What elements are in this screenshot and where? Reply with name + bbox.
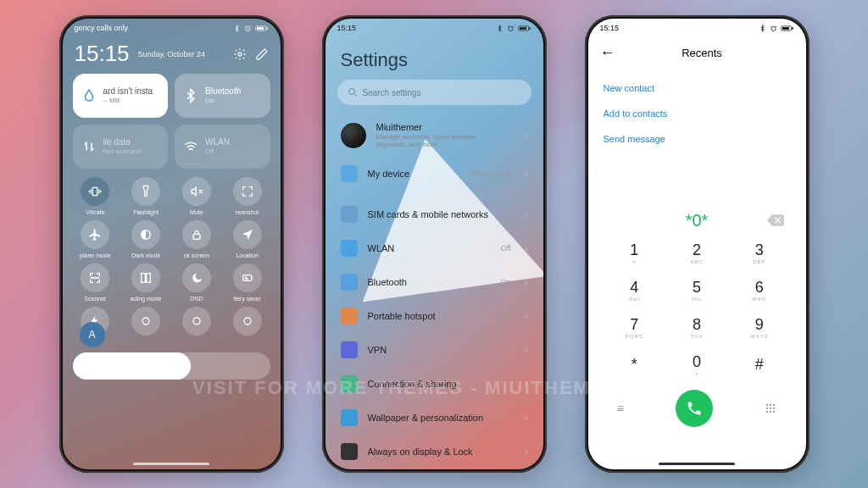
chevron-right-icon: › — [525, 130, 528, 141]
call-button[interactable] — [676, 390, 713, 427]
wallpaper-icon — [341, 409, 358, 426]
toggle-ttery saver[interactable]: ttery saver — [225, 263, 270, 302]
bluetooth-icon — [341, 274, 358, 291]
phone-control-center: gency calls only 15:15 Sunday, October 2… — [59, 15, 284, 473]
toggle-Vibrate[interactable]: Vibrate — [73, 177, 119, 215]
settings-row-bluetooth[interactable]: BluetoothOn› — [326, 265, 543, 299]
key-6[interactable]: 6MNO — [728, 271, 791, 308]
key-2[interactable]: 2ABC — [665, 234, 728, 271]
status-icons — [759, 25, 794, 32]
svg-point-25 — [773, 408, 775, 409]
status-bar: 15:15 — [588, 19, 806, 37]
phone-settings: 15:15 Settings Search settings Miuitheme… — [322, 15, 547, 473]
search-icon — [348, 87, 358, 97]
toggle-Scanner[interactable]: Scanner — [73, 263, 119, 302]
toggle-reenshot[interactable]: reenshot — [225, 177, 270, 215]
key-0[interactable]: 0+ — [665, 346, 728, 383]
edit-icon[interactable] — [255, 47, 269, 61]
toggle-Flashlight[interactable]: Flashlight — [123, 177, 169, 215]
status-icons — [233, 25, 269, 32]
settings-row-sim-cards-mobile-networks[interactable]: SIM cards & mobile networks› — [326, 197, 543, 231]
toggle-DND[interactable]: DND — [174, 263, 220, 302]
toggle-generic-icon[interactable] — [123, 307, 169, 339]
settings-row-vpn[interactable]: VPN› — [326, 333, 543, 367]
key-5[interactable]: 5JKL — [665, 271, 728, 308]
settings-row-connection-sharing[interactable]: Connection & sharing› — [326, 367, 543, 401]
back-button[interactable]: ← — [600, 44, 615, 62]
status-icons — [496, 25, 531, 32]
status-bar: 15:15 — [326, 19, 543, 37]
key-*[interactable]: * — [604, 346, 666, 383]
key-8[interactable]: 8TUV — [665, 308, 728, 346]
send-message-link[interactable]: Send message — [604, 126, 791, 152]
tile-bluetooth[interactable]: BluetoothOn — [175, 74, 270, 118]
chevron-right-icon: › — [525, 446, 528, 458]
key-1[interactable]: 1∞ — [604, 234, 666, 271]
settings-row-portable-hotspot[interactable]: Portable hotspotOff› — [326, 299, 543, 333]
status-bar: gency calls only — [63, 19, 281, 37]
svg-point-16 — [771, 26, 775, 30]
reading-icon — [139, 271, 153, 285]
account-row[interactable]: MiuithemerManage accounts, cloud service… — [326, 114, 543, 157]
carrier-text: gency calls only — [75, 24, 129, 32]
brightness-slider[interactable] — [73, 352, 270, 380]
toggle-generic-icon[interactable] — [225, 307, 270, 339]
hotspot-icon — [341, 308, 358, 324]
phone-icon — [686, 400, 703, 417]
alarm-icon — [244, 25, 252, 32]
chevron-right-icon: › — [525, 378, 528, 390]
key-3[interactable]: 3DEF — [728, 234, 791, 271]
add-to-contacts-link[interactable]: Add to contacts — [604, 101, 791, 126]
dialed-number: *0* — [686, 211, 709, 230]
status-time: 15:15 — [337, 24, 357, 32]
chevron-right-icon: › — [525, 168, 528, 180]
chevron-right-icon: › — [525, 208, 528, 220]
home-indicator[interactable] — [133, 463, 209, 465]
menu-icon[interactable]: ≡ — [617, 402, 624, 415]
generic-icon — [241, 314, 254, 328]
toggle-ck screen[interactable]: ck screen — [174, 220, 220, 258]
clock-time: 15:15 — [75, 41, 130, 67]
settings-gear-icon[interactable] — [233, 47, 247, 61]
battery-icon — [781, 25, 794, 32]
settings-row-wlan[interactable]: WLANOff› — [326, 231, 543, 265]
lock-icon — [190, 228, 203, 241]
key-4[interactable]: 4GHI — [604, 271, 666, 308]
new-contact-link[interactable]: New contact — [604, 75, 791, 101]
aod-icon — [341, 443, 358, 460]
settings-row-always-on-display-lock[interactable]: Always on display & Lock› — [326, 435, 543, 469]
toggle-plane mode[interactable]: plane mode — [73, 220, 119, 258]
toggle-generic-icon[interactable] — [174, 307, 220, 339]
tile-data-usage[interactable]: ard isn't insta-- MB — [73, 74, 169, 118]
backspace-icon[interactable] — [767, 214, 784, 226]
svg-point-4 — [238, 53, 242, 56]
svg-rect-19 — [792, 27, 793, 30]
home-indicator[interactable] — [659, 463, 735, 465]
clock-date: Sunday, October 24 — [138, 50, 205, 58]
keypad-toggle-icon[interactable] — [765, 402, 776, 414]
mobile-data-icon — [81, 139, 97, 154]
svg-point-10 — [244, 318, 251, 324]
alarm-icon — [770, 25, 777, 32]
toggle-Mute[interactable]: Mute — [174, 177, 220, 215]
settings-row-wallpaper-personalization[interactable]: Wallpaper & personalization› — [326, 401, 543, 435]
tile-mobile-data[interactable]: ile dataNot available — [73, 125, 169, 169]
darkmode-icon — [139, 228, 153, 241]
search-input[interactable]: Search settings — [337, 80, 531, 105]
tile-wlan[interactable]: WLANOff — [175, 125, 270, 169]
key-#[interactable]: # — [728, 346, 791, 383]
key-7[interactable]: 7PQRS — [604, 308, 666, 346]
toggle-ading mode[interactable]: ading mode — [123, 263, 169, 302]
chevron-right-icon: › — [525, 344, 528, 356]
toggle-Location[interactable]: Location — [225, 220, 270, 258]
status-time: 15:15 — [600, 24, 620, 32]
bluetooth-icon — [183, 88, 198, 103]
toggle-Dark mode[interactable]: Dark mode — [123, 220, 169, 258]
airplane-icon — [88, 228, 102, 241]
auto-brightness-toggle[interactable]: A — [80, 322, 105, 347]
svg-point-26 — [766, 411, 768, 413]
key-9[interactable]: 9WXYZ — [728, 308, 791, 346]
my-device-row[interactable]: My device MIUI-12.5.5 › — [326, 157, 543, 191]
svg-point-23 — [766, 408, 768, 409]
settings-title: Settings — [326, 37, 543, 80]
